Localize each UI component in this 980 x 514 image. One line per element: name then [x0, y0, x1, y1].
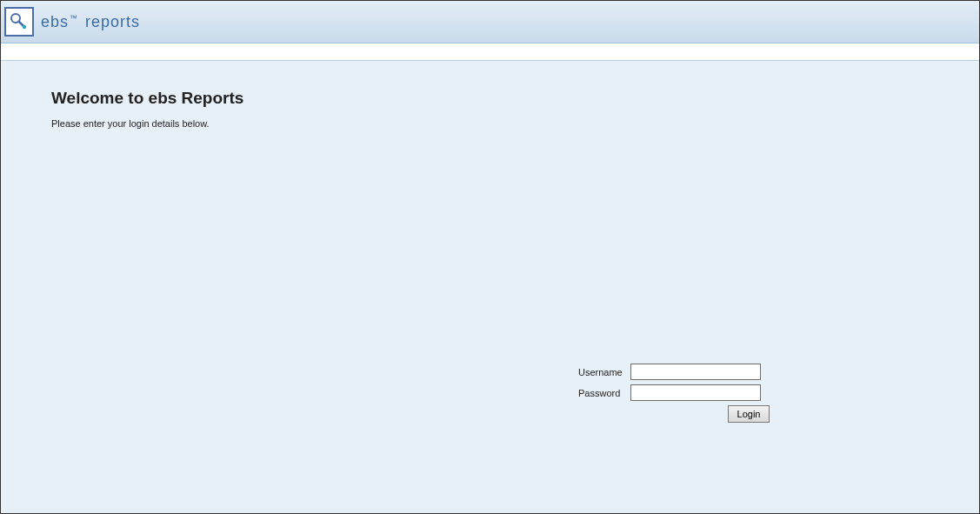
- welcome-heading: Welcome to ebs Reports: [51, 89, 929, 108]
- login-button[interactable]: Login: [728, 405, 770, 423]
- logo-icon: [4, 7, 34, 37]
- login-button-row: Login: [578, 405, 770, 423]
- username-row: Username: [578, 364, 770, 380]
- header-bar: ebs™reports: [1, 1, 979, 43]
- svg-point-2: [23, 25, 26, 29]
- instruction-text: Please enter your login details below.: [51, 118, 929, 129]
- password-row: Password: [578, 384, 770, 401]
- header-spacer: [1, 43, 979, 61]
- content-area: Welcome to ebs Reports Please enter your…: [1, 61, 979, 512]
- brand-text: ebs™reports: [41, 13, 140, 31]
- username-label: Username: [578, 367, 630, 377]
- app-frame: ebs™reports Welcome to ebs Reports Pleas…: [0, 0, 980, 514]
- brand-prefix: ebs: [41, 13, 69, 30]
- brand-suffix: reports: [85, 13, 140, 30]
- login-form: Username Password Login: [578, 364, 770, 423]
- password-label: Password: [578, 388, 630, 398]
- password-input[interactable]: [630, 384, 761, 401]
- username-input[interactable]: [630, 364, 761, 380]
- brand-tm: ™: [70, 14, 78, 23]
